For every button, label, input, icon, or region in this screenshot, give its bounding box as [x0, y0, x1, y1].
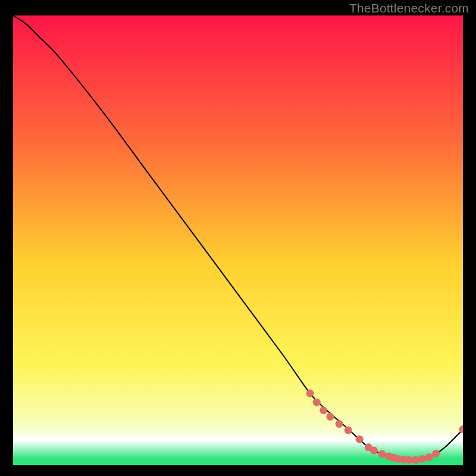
- app-frame: TheBottlenecker.com: [0, 0, 476, 476]
- data-point: [345, 427, 352, 434]
- data-point: [405, 456, 413, 464]
- data-point: [326, 413, 334, 421]
- chart-svg: [13, 15, 463, 465]
- data-point: [378, 450, 386, 458]
- data-point: [425, 453, 433, 461]
- chart-area: [13, 15, 463, 465]
- data-point: [336, 420, 343, 428]
- data-point: [418, 455, 426, 463]
- data-point: [412, 456, 419, 464]
- data-point: [432, 450, 440, 458]
- data-point: [356, 436, 364, 443]
- data-point: [370, 447, 378, 455]
- attribution-text: TheBottlenecker.com: [349, 1, 469, 15]
- data-point: [313, 399, 321, 406]
- data-point: [306, 390, 314, 397]
- data-point: [320, 406, 327, 414]
